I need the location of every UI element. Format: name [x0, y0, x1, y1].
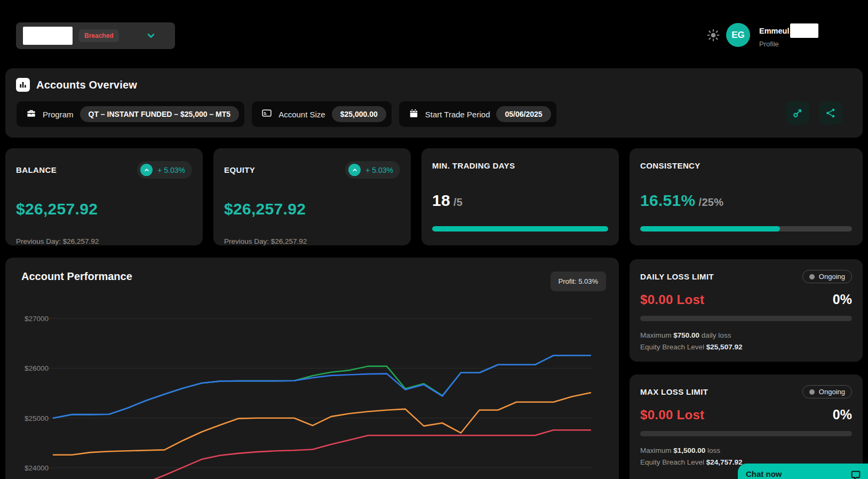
days-count: 18	[432, 191, 450, 209]
avatar[interactable]: EG	[726, 23, 750, 47]
daily-loss-limit-card: DAILY LOSS LIMIT Ongoing $0.00 Lost 0% M…	[630, 259, 863, 362]
redacted-account-id	[23, 27, 73, 45]
min-trading-days-label: MIN. TRADING DAYS	[432, 161, 515, 170]
start-trade-period-field: Start Trade Period 05/06/2025	[399, 101, 556, 127]
max-loss-suffix: loss	[707, 446, 720, 454]
chevron-up-icon	[140, 164, 153, 176]
dashboard-page: Breached EG Emmeul Profile Acco	[0, 0, 868, 479]
share-icon	[825, 107, 837, 119]
max-loss-value: $1,500.00	[673, 446, 705, 454]
sun-icon	[706, 28, 720, 42]
credentials-button[interactable]	[786, 101, 809, 125]
status-dot-icon	[809, 274, 815, 280]
breach-value: $24,757.92	[706, 458, 743, 466]
equity-change-value: + 5.03%	[365, 166, 393, 174]
series-balance	[53, 355, 591, 418]
max-loss-progress	[640, 431, 852, 436]
max-loss-line: Maximum $1,500.00 loss	[640, 445, 852, 457]
series-max-loss-level	[53, 430, 591, 479]
start-trade-period-label: Start Trade Period	[425, 110, 490, 119]
equity-label: EQUITY	[224, 165, 255, 174]
equity-breach-line: Equity Breach Level $25,507.92	[640, 341, 852, 353]
daily-loss-progress	[640, 316, 852, 321]
bar-chart-icon	[16, 78, 30, 92]
consistency-value: 16.51%/25%	[640, 191, 852, 210]
briefcase-icon	[26, 108, 36, 121]
user-profile[interactable]: Emmeul Profile	[759, 23, 818, 48]
calendar-icon	[409, 108, 419, 121]
chat-bubble-icon	[850, 469, 862, 479]
profit-badge: Profit: 5.03%	[551, 272, 606, 291]
chevron-up-icon	[348, 164, 361, 176]
section-title: Accounts Overview	[36, 79, 137, 91]
account-size-field: Account Size $25,000.00	[252, 101, 392, 127]
consistency-label: CONSISTENCY	[640, 161, 700, 170]
balance-previous-day: Previous Day: $26,257.92	[16, 237, 192, 245]
redacted-user-name	[790, 23, 818, 38]
chat-now-label: Chat now	[746, 469, 782, 478]
equity-value: $26,257.92	[224, 200, 400, 218]
daily-loss-info: Maximum $750.00 daily loss Equity Breach…	[640, 330, 852, 353]
balance-change-badge: + 5.03%	[137, 161, 192, 179]
program-label: Program	[43, 110, 74, 119]
svg-text:$25000: $25000	[25, 414, 49, 422]
min-trading-days-card: MIN. TRADING DAYS 18/5	[421, 148, 619, 245]
balance-value: $26,257.92	[16, 200, 192, 218]
account-size-value-badge: $25,000.00	[332, 106, 386, 122]
consistency-progress	[640, 226, 852, 231]
consistency-card: CONSISTENCY 16.51%/25%	[630, 148, 863, 245]
breach-value: $25,507.92	[706, 343, 743, 351]
days-target: /5	[453, 196, 463, 208]
daily-lost-percent: 0%	[833, 292, 852, 307]
progress-fill	[640, 226, 780, 231]
max-lost-amount: $0.00 Lost	[640, 408, 704, 422]
max-loss-value: $750.00	[673, 331, 699, 339]
breach-prefix: Equity Breach Level	[640, 458, 704, 466]
ongoing-status-label: Ongoing	[819, 388, 845, 396]
breach-prefix: Equity Breach Level	[640, 343, 704, 351]
balance-change-value: + 5.03%	[157, 166, 185, 174]
max-lost-percent: 0%	[833, 407, 852, 422]
performance-line-chart[interactable]: $24000$25000$26000$27000	[20, 300, 614, 479]
ongoing-status-badge: Ongoing	[802, 385, 852, 398]
ongoing-status-badge: Ongoing	[802, 270, 852, 283]
credit-card-icon	[261, 108, 272, 121]
chart-title: Account Performance	[21, 270, 132, 283]
share-button[interactable]	[819, 101, 842, 125]
max-daily-loss-line: Maximum $750.00 daily loss	[640, 330, 852, 341]
status-badge-breached: Breached	[79, 29, 119, 42]
balance-card: BALANCE + 5.03% $26,257.92 Previous Day:…	[5, 148, 203, 245]
daily-loss-limit-title: DAILY LOSS LIMIT	[640, 272, 714, 281]
consistency-percent: 16.51%	[640, 191, 696, 209]
account-performance-card: Account Performance Profit: 5.03% $24000…	[5, 258, 619, 479]
chat-now-button[interactable]: Chat now	[738, 464, 868, 479]
chevron-down-icon	[146, 30, 156, 41]
account-selector-dropdown[interactable]: Breached	[16, 22, 175, 49]
svg-text:$27000: $27000	[25, 315, 49, 323]
series-daily-loss-level	[53, 393, 591, 455]
user-name: Emmeul	[759, 27, 789, 35]
max-loss-suffix: daily loss	[702, 331, 731, 339]
theme-toggle-button[interactable]	[706, 28, 720, 42]
equity-change-badge: + 5.03%	[345, 161, 400, 179]
svg-text:$24000: $24000	[25, 464, 49, 472]
start-trade-period-value-badge: 05/06/2025	[496, 106, 551, 122]
accounts-overview-card: Accounts Overview Program QT – INSTANT F…	[5, 68, 863, 138]
daily-lost-amount: $0.00 Lost	[640, 292, 704, 307]
status-dot-icon	[809, 389, 815, 395]
min-trading-days-value: 18/5	[432, 191, 608, 210]
balance-label: BALANCE	[16, 165, 57, 174]
consistency-target: /25%	[699, 196, 724, 208]
svg-text:$26000: $26000	[25, 364, 49, 372]
profile-label: Profile	[759, 40, 818, 48]
max-loss-prefix: Maximum	[640, 446, 672, 454]
equity-card: EQUITY + 5.03% $26,257.92 Previous Day: …	[213, 148, 411, 245]
overview-fields: Program QT – INSTANT FUNDED – $25,000 – …	[17, 101, 556, 127]
account-size-label: Account Size	[278, 110, 325, 119]
accounts-overview-header: Accounts Overview	[16, 78, 137, 92]
equity-previous-day: Previous Day: $26,257.92	[224, 237, 400, 245]
min-trading-days-progress	[432, 226, 608, 231]
max-loss-prefix: Maximum	[640, 331, 672, 339]
max-loss-limit-title: MAX LOSS LIMIT	[640, 387, 708, 396]
program-field: Program QT – INSTANT FUNDED – $25,000 – …	[17, 101, 244, 127]
